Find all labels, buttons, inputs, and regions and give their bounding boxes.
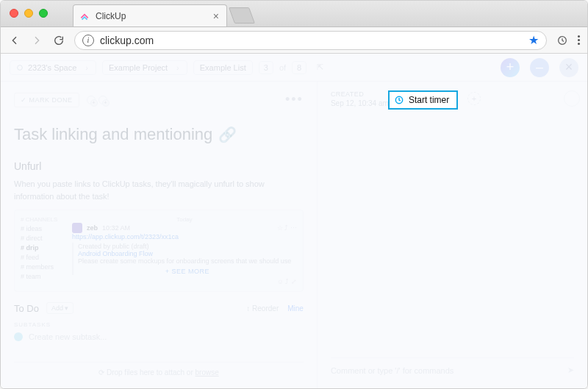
- task-more-icon[interactable]: •••: [285, 92, 304, 107]
- clockify-icon: [394, 95, 404, 105]
- task-total: 8: [292, 61, 306, 74]
- new-subtask-input[interactable]: Create new subtask...: [14, 332, 304, 341]
- task-details: ✓ MARK DONE + + ••• Task linking and men…: [1, 82, 318, 388]
- comment-placeholder: Comment or type '/' for commands: [331, 366, 453, 375]
- assignee-chips[interactable]: + +: [87, 96, 107, 104]
- mark-done-label: ✓ MARK DONE: [21, 96, 73, 104]
- clickup-favicon-icon: [79, 11, 90, 21]
- avatar-icon: [72, 223, 82, 233]
- clockify-extension-icon[interactable]: [556, 34, 569, 47]
- dropzone-text: ⟳ Drop files here to attach or: [98, 368, 195, 376]
- new-subtask-placeholder: Create new subtask...: [29, 332, 107, 341]
- clickup-topbar: 2323's Space Example Project Example Lis…: [1, 54, 587, 82]
- mine-filter[interactable]: Mine: [287, 304, 304, 313]
- channels-label: CHANNELS: [21, 216, 65, 223]
- attachment-dropzone[interactable]: ⟳ Drop files here to attach or browse: [14, 362, 304, 382]
- breadcrumb-project[interactable]: Example Project: [102, 60, 187, 75]
- breadcrumb-list[interactable]: Example List: [193, 60, 253, 75]
- tab-title: ClickUp: [96, 11, 126, 21]
- fab-add-button[interactable]: +: [501, 58, 520, 77]
- forward-button[interactable]: [30, 34, 43, 47]
- settings-circle-icon[interactable]: [564, 90, 580, 107]
- tab-close-icon[interactable]: ×: [213, 11, 219, 21]
- comment-input[interactable]: Comment or type '/' for commands ➤: [331, 357, 574, 379]
- subtasks-label: SUBTASKS: [14, 321, 304, 328]
- task-index: 3: [259, 61, 273, 74]
- task-title-text: Task linking and mentioning: [14, 125, 212, 144]
- of-label: of: [279, 63, 286, 72]
- reload-button[interactable]: [52, 34, 65, 47]
- embed-line: Please create some mockups for onboardin…: [78, 257, 297, 265]
- url-text: clickup.com: [100, 35, 154, 46]
- unfurl-preview: CHANNELS ideas direct drip feed members …: [14, 210, 304, 292]
- maximize-window-icon[interactable]: [39, 9, 48, 18]
- new-tab-button[interactable]: [229, 7, 255, 24]
- see-more-link[interactable]: + SEE MORE: [78, 268, 297, 275]
- todo-header: To Do Add ▾ ↕ Reorder Mine: [14, 302, 304, 314]
- embed-url[interactable]: https://app.clickup.com/t/2323/xx1ca: [72, 233, 297, 240]
- start-timer-label: Start timer: [409, 95, 449, 105]
- clickup-app: 2323's Space Example Project Example Lis…: [1, 54, 587, 388]
- browser-menu-icon[interactable]: [578, 35, 580, 45]
- add-subtask-button[interactable]: Add ▾: [46, 302, 74, 314]
- embed-channels: CHANNELS ideas direct drip feed members …: [21, 216, 65, 285]
- open-external-icon[interactable]: ⇱: [317, 63, 323, 72]
- breadcrumb-space[interactable]: 2323's Space: [10, 60, 96, 75]
- channel-item: drip: [21, 244, 65, 251]
- channel-item: members: [21, 263, 65, 271]
- channel-item: team: [21, 273, 65, 280]
- dropzone-browse-link[interactable]: browse: [196, 368, 219, 376]
- tab-strip: ClickUp ×: [73, 1, 252, 26]
- embed-line: Created by public (draft): [78, 243, 297, 250]
- breadcrumb-project-label: Example Project: [109, 63, 168, 72]
- start-timer-button[interactable]: Start timer: [388, 90, 458, 110]
- breadcrumb-list-label: Example List: [200, 63, 246, 72]
- browser-toolbar: i clickup.com ★: [1, 27, 587, 54]
- close-window-icon[interactable]: [10, 9, 18, 18]
- site-info-icon[interactable]: i: [82, 35, 94, 46]
- mark-done-button[interactable]: ✓ MARK DONE: [14, 93, 79, 107]
- svg-point-1: [18, 65, 23, 70]
- embed-message: Today zeb 10:32 AM ☆ ⤴ ⋯ https://app.cli…: [72, 216, 297, 285]
- fab-minimize-button[interactable]: –: [530, 58, 549, 77]
- status-dot-icon: [14, 332, 23, 341]
- minimize-window-icon[interactable]: [24, 9, 33, 18]
- fab-close-button[interactable]: ×: [559, 58, 578, 77]
- browser-window: ClickUp × i clickup.com ★: [0, 0, 588, 389]
- breadcrumb-space-label: 2323's Space: [28, 63, 76, 72]
- app-viewport: 2323's Space Example Project Example Lis…: [1, 54, 587, 388]
- browser-tab[interactable]: ClickUp ×: [73, 4, 227, 26]
- titlebar: ClickUp ×: [1, 1, 587, 27]
- section-body: When you paste links to ClickUp tasks, t…: [14, 178, 304, 202]
- embed-line: Android Onboarding Flow: [78, 250, 297, 257]
- bookmark-star-icon[interactable]: ★: [528, 33, 539, 47]
- todo-label: To Do: [14, 303, 39, 314]
- channel-item: direct: [21, 235, 65, 242]
- embed-user: zeb: [87, 224, 98, 232]
- link-icon: 🔗: [218, 126, 237, 143]
- address-bar[interactable]: i clickup.com ★: [74, 31, 547, 50]
- today-label: Today: [72, 216, 297, 223]
- window-controls: [10, 9, 48, 18]
- add-watcher-icon[interactable]: +: [467, 92, 481, 105]
- task-toolbar: ✓ MARK DONE + + •••: [14, 92, 304, 107]
- reorder-button[interactable]: ↕ Reorder: [246, 304, 279, 313]
- task-panel: ✓ MARK DONE + + ••• Task linking and men…: [1, 82, 587, 388]
- channel-item: ideas: [21, 225, 65, 232]
- task-title[interactable]: Task linking and mentioning 🔗: [14, 125, 304, 144]
- space-icon: [16, 64, 24, 71]
- embed-time: 10:32 AM: [102, 224, 130, 232]
- back-button[interactable]: [8, 34, 21, 47]
- channel-item: feed: [21, 254, 65, 261]
- section-heading: Unfurl: [14, 160, 304, 172]
- send-icon[interactable]: ➤: [567, 365, 574, 375]
- task-activity: CREATED Sep 12, 10:34 am + Comment or ty…: [318, 82, 587, 388]
